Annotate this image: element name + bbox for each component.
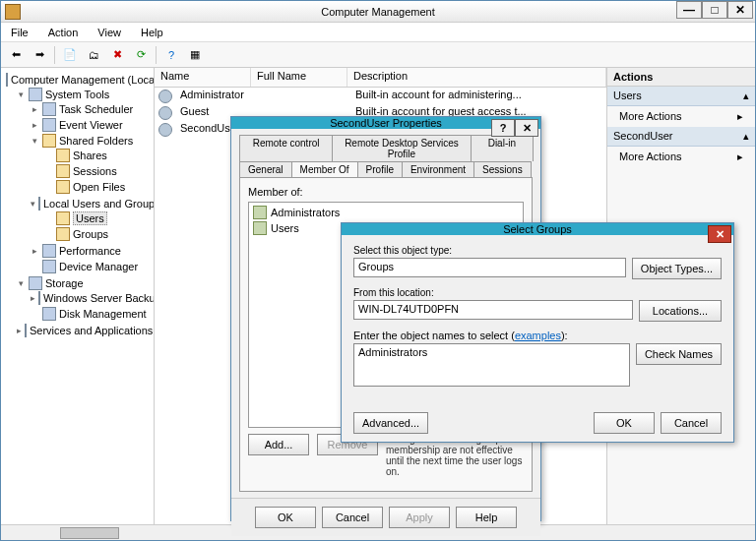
group-icon [253, 206, 267, 219]
storage-icon [29, 276, 42, 290]
up-icon[interactable]: 📄 [59, 44, 81, 66]
close-button[interactable]: ✕ [515, 119, 538, 137]
cancel-button[interactable]: Cancel [661, 412, 722, 434]
add-button[interactable]: Add... [248, 434, 309, 455]
select-groups-dialog: Select Groups ✕ Select this object type:… [341, 222, 734, 443]
tree-storage[interactable]: Storage [45, 277, 84, 289]
dialog-footer: OK Cancel Apply Help [231, 498, 540, 536]
tree-task-scheduler[interactable]: Task Scheduler [59, 103, 133, 115]
tab-general[interactable]: General [239, 161, 292, 177]
close-button[interactable]: ✕ [727, 1, 753, 19]
refresh-icon[interactable]: ⟳ [130, 44, 152, 66]
tree-sessions[interactable]: Sessions [73, 165, 117, 177]
dialog-titlebar[interactable]: SecondUser Properties ? ✕ [231, 117, 540, 129]
chevron-right-icon: ▸ [737, 150, 743, 163]
actions-header: Actions [607, 68, 755, 87]
list-item[interactable]: AdministratorBuilt-in account for admini… [155, 88, 606, 104]
tabs-row2: General Member Of Profile Environment Se… [231, 161, 540, 177]
scroll-thumb[interactable] [60, 527, 119, 539]
cancel-button[interactable]: Cancel [322, 507, 383, 528]
col-fullname[interactable]: Full Name [251, 68, 347, 87]
col-name[interactable]: Name [155, 68, 251, 87]
names-label: Enter the object names to select (exampl… [353, 330, 722, 341]
more-actions-seconduser[interactable]: More Actions▸ [607, 147, 755, 167]
tree-pane[interactable]: Computer Management (Local ▾System Tools… [1, 68, 155, 524]
tab-remote-control[interactable]: Remote control [239, 135, 333, 161]
collapse-icon[interactable]: ▴ [743, 90, 749, 102]
examples-link[interactable]: examples [515, 330, 561, 341]
tree-shared-folders[interactable]: Shared Folders [59, 135, 133, 147]
disk-icon [42, 307, 56, 321]
tree-system-tools[interactable]: System Tools [45, 89, 109, 100]
titlebar[interactable]: Computer Management — □ ✕ [1, 1, 755, 23]
col-desc[interactable]: Description [347, 68, 606, 87]
apply-button[interactable]: Apply [389, 507, 450, 528]
tree-services-apps[interactable]: Services and Applications [30, 325, 153, 336]
list-header[interactable]: Name Full Name Description [155, 68, 606, 88]
location-label: From this location: [353, 287, 722, 298]
locations-button[interactable]: Locations... [639, 300, 722, 322]
view-icon[interactable]: ▦ [184, 44, 206, 66]
properties-icon[interactable]: 🗂 [83, 44, 104, 66]
chevron-right-icon: ▸ [737, 110, 743, 123]
perf-icon [42, 244, 56, 258]
actions-section-seconduser[interactable]: SecondUser▴ [607, 127, 755, 147]
object-types-button[interactable]: Object Types... [632, 258, 722, 279]
minimize-button[interactable]: — [676, 1, 702, 19]
help-button[interactable]: ? [491, 119, 515, 137]
folder-icon [56, 227, 70, 241]
check-names-button[interactable]: Check Names [636, 343, 722, 365]
menu-view[interactable]: View [94, 25, 125, 40]
menu-action[interactable]: Action [44, 25, 83, 40]
ok-button[interactable]: OK [594, 412, 655, 434]
collapse-icon[interactable]: ▴ [743, 130, 749, 143]
tree-root[interactable]: Computer Management (Local [11, 74, 155, 86]
tree-event-viewer[interactable]: Event Viewer [59, 119, 123, 131]
tree-groups[interactable]: Groups [73, 228, 108, 240]
tree-wsb[interactable]: Windows Server Backup [43, 292, 155, 304]
tab-profile[interactable]: Profile [357, 161, 403, 177]
folder-icon [56, 211, 70, 225]
dialog-footer: Advanced... OK Cancel [342, 404, 733, 442]
services-icon [25, 324, 27, 337]
tab-rds-profile[interactable]: Remote Desktop Services Profile [332, 135, 472, 161]
menu-file[interactable]: File [7, 25, 32, 40]
tab-environment[interactable]: Environment [402, 161, 474, 177]
back-button[interactable]: ⬅ [5, 44, 27, 66]
maximize-button[interactable]: □ [702, 1, 727, 19]
actions-section-users[interactable]: Users▴ [607, 87, 755, 106]
dialog-titlebar[interactable]: Select Groups ✕ [342, 223, 733, 235]
tab-member-of[interactable]: Member Of [291, 161, 358, 177]
object-type-field[interactable]: Groups [353, 258, 626, 277]
object-names-input[interactable]: Administrators [353, 343, 630, 387]
tools-icon [29, 88, 42, 101]
tree-users[interactable]: Users [73, 211, 107, 225]
folder-icon [56, 149, 70, 162]
ok-button[interactable]: OK [255, 507, 316, 528]
help-icon[interactable]: ? [160, 44, 182, 66]
event-icon [42, 118, 56, 132]
toolbar: ⬅ ➡ 📄 🗂 ✖ ⟳ ? ▦ [1, 42, 755, 68]
tree-shares[interactable]: Shares [73, 150, 107, 161]
member-item[interactable]: Administrators [251, 205, 521, 220]
devmgr-icon [42, 260, 56, 273]
tree-open-files[interactable]: Open Files [73, 181, 125, 193]
close-button[interactable]: ✕ [708, 225, 731, 243]
more-actions-users[interactable]: More Actions▸ [607, 106, 755, 127]
member-of-label: Member of: [248, 186, 524, 198]
delete-icon[interactable]: ✖ [106, 44, 128, 66]
tab-dialin[interactable]: Dial-in [471, 135, 534, 161]
forward-button[interactable]: ➡ [29, 44, 50, 66]
dialog-title: SecondUser Properties [330, 117, 442, 129]
advanced-button[interactable]: Advanced... [353, 412, 428, 434]
help-button[interactable]: Help [456, 507, 517, 528]
tree-performance[interactable]: Performance [59, 245, 121, 257]
tree-disk-mgmt[interactable]: Disk Management [59, 308, 147, 320]
tree-device-manager[interactable]: Device Manager [59, 261, 138, 272]
shared-icon [42, 134, 56, 148]
tree-local-users[interactable]: Local Users and Groups [43, 198, 155, 210]
location-field[interactable]: WIN-DL74UTD0PFN [353, 300, 633, 320]
tab-sessions[interactable]: Sessions [473, 161, 532, 177]
app-icon [5, 4, 21, 20]
menu-help[interactable]: Help [137, 25, 167, 40]
